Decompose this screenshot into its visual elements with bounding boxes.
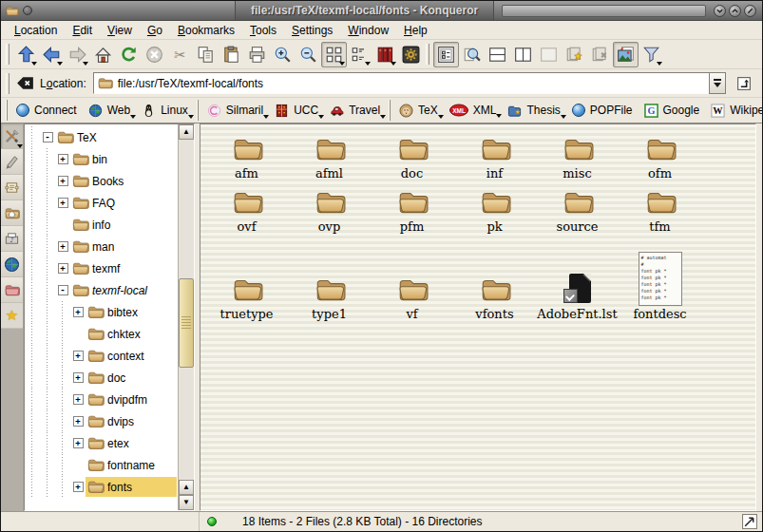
tree-expander[interactable]: -: [58, 285, 68, 295]
gear-button[interactable]: [398, 42, 424, 67]
bookmark-tex[interactable]: TeX: [394, 102, 445, 120]
icon-view-dropdown-caret[interactable]: [339, 62, 345, 66]
bookmark-dropdown-caret[interactable]: [496, 114, 502, 118]
tree-row[interactable]: +man: [25, 236, 194, 257]
sidebar-services-button[interactable]: ♪: [1, 226, 23, 252]
menu-edit[interactable]: Edit: [65, 22, 100, 39]
menu-window[interactable]: Window: [340, 22, 396, 39]
back-dropdown-caret[interactable]: [57, 62, 63, 66]
copy-button[interactable]: [193, 42, 219, 67]
image-preview-button[interactable]: [613, 42, 639, 67]
zoom-in-button[interactable]: [270, 42, 296, 67]
file-item[interactable]: source: [536, 181, 619, 235]
file-item[interactable]: afml: [288, 128, 371, 181]
print-button[interactable]: [244, 42, 270, 67]
file-item[interactable]: inf: [453, 128, 536, 181]
file-item[interactable]: vf: [371, 235, 453, 322]
zoom-out-button[interactable]: [296, 42, 321, 67]
file-item[interactable]: AdobeFnt.lst: [536, 235, 619, 322]
find-file-button[interactable]: [459, 42, 485, 67]
folder-icon-view[interactable]: afm afml doc inf misc ofm ovf ovp pfm pk…: [200, 124, 756, 511]
close-tab-button[interactable]: [587, 42, 613, 67]
menu-location[interactable]: Location: [7, 22, 65, 39]
scroll-up-button[interactable]: ▲: [179, 124, 194, 140]
menu-help[interactable]: Help: [396, 22, 435, 39]
tree-row[interactable]: +texmf: [25, 257, 194, 279]
toolbar-handle[interactable]: [197, 100, 199, 121]
bookmark-dropdown-caret[interactable]: [380, 115, 386, 119]
tree-expander[interactable]: +: [58, 198, 68, 208]
file-item[interactable]: pk: [453, 181, 536, 235]
multicolumn-view-button[interactable]: [347, 42, 372, 67]
forward-dropdown-caret[interactable]: [83, 62, 88, 66]
file-item[interactable]: ovf: [205, 181, 288, 235]
menu-go[interactable]: Go: [140, 22, 170, 39]
toolbar-handle[interactable]: [6, 44, 10, 65]
tree-expander[interactable]: +: [73, 307, 84, 317]
tree-row[interactable]: +dvips: [25, 410, 194, 432]
split-view-left-right-button[interactable]: [510, 42, 536, 67]
tree-row[interactable]: +dvipdfm: [25, 389, 194, 410]
bookmark-web[interactable]: Web: [84, 102, 137, 120]
tree-scrollbar[interactable]: ▲ ▲ ▼: [178, 124, 194, 510]
sidebar-root-folder-button[interactable]: [1, 277, 23, 303]
menu-settings[interactable]: Settings: [284, 22, 340, 39]
close-button[interactable]: [744, 5, 756, 17]
scrollbar-thumb[interactable]: [179, 278, 194, 367]
tree-expander[interactable]: +: [73, 416, 84, 427]
tree-row[interactable]: +etex: [25, 432, 194, 454]
toolbar-handle[interactable]: [6, 100, 8, 121]
bookmark-thesis[interactable]: Thesis: [503, 102, 566, 120]
tree-expander[interactable]: +: [73, 372, 84, 383]
cut-button[interactable]: ✂: [167, 42, 193, 67]
close-view-button[interactable]: [536, 42, 562, 67]
bookmark-dropdown-caret[interactable]: [130, 115, 136, 119]
file-item[interactable]: ovp: [288, 181, 371, 235]
location-dropdown-button[interactable]: [709, 72, 726, 94]
toolbar-handle[interactable]: [6, 73, 10, 94]
reload-button[interactable]: [116, 42, 142, 67]
file-item[interactable]: ofm: [619, 128, 701, 181]
minimize-button[interactable]: [714, 5, 726, 17]
sidebar-home-button[interactable]: [1, 200, 23, 226]
sidebar-config-caret[interactable]: [17, 144, 23, 148]
bookmark-connect[interactable]: Connect: [11, 102, 84, 119]
file-item[interactable]: tfm: [619, 181, 701, 235]
sidebar-star-button[interactable]: ★: [1, 303, 23, 329]
clear-location-button[interactable]: [13, 72, 36, 95]
menu-view[interactable]: View: [100, 22, 140, 39]
up-button[interactable]: [13, 42, 39, 67]
tree-row[interactable]: +bibtex: [25, 301, 194, 323]
filter-button[interactable]: [639, 42, 664, 67]
menu-bookmarks[interactable]: Bookmarks: [170, 22, 242, 39]
tree-expander[interactable]: +: [73, 394, 84, 405]
bookmark-dropdown-caret[interactable]: [318, 115, 324, 119]
bookmark-travel[interactable]: Travel: [325, 102, 387, 120]
bookmark-dropdown-caret[interactable]: [438, 115, 444, 119]
tree-expander[interactable]: +: [73, 351, 84, 361]
bookmark-silmaril[interactable]: Silmaril: [202, 102, 270, 120]
bookmark-google[interactable]: GGoogle: [639, 102, 707, 120]
file-item[interactable]: truetype: [205, 235, 288, 322]
tree-expander[interactable]: -: [43, 132, 53, 142]
bookmark-dropdown-caret[interactable]: [561, 115, 566, 119]
bookmark-dropdown-caret[interactable]: [263, 115, 269, 119]
split-view-top-bottom-button[interactable]: [485, 42, 510, 67]
tree-row[interactable]: info: [25, 214, 194, 236]
tree-row-selected[interactable]: +fonts: [25, 476, 194, 498]
bookmark-dropdown-caret[interactable]: [188, 115, 194, 119]
new-tab-button[interactable]: [562, 42, 587, 67]
tree-row[interactable]: fontname: [25, 454, 194, 476]
tree-row[interactable]: +bin: [25, 148, 194, 170]
tree-row[interactable]: +context: [25, 345, 194, 367]
file-item[interactable]: misc: [536, 128, 619, 181]
tree-expander[interactable]: +: [58, 241, 68, 252]
tree-row[interactable]: -texmf-local: [25, 279, 194, 301]
scroll-up-button-2[interactable]: ▲: [179, 480, 194, 495]
icon-view-button[interactable]: [321, 42, 347, 67]
tree-row[interactable]: +doc: [25, 367, 194, 389]
tree-row[interactable]: chktex: [25, 323, 194, 345]
statusbar-grip-icon[interactable]: [742, 514, 757, 529]
bookmark-popfile[interactable]: POPFile: [567, 102, 639, 119]
bookmark-ucc[interactable]: UCC: [270, 102, 325, 120]
